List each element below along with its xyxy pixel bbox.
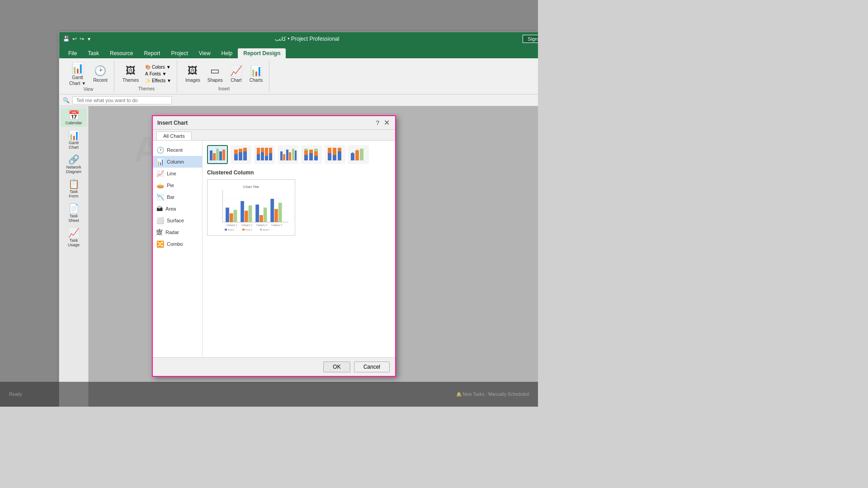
- sidebar-item-calendar[interactable]: 📅 Calendar: [61, 108, 87, 127]
- undo-icon[interactable]: ↩: [72, 36, 77, 42]
- chart-type-area[interactable]: 🏔 Area: [153, 203, 202, 215]
- gantt-chart-button[interactable]: 📊 Gantt Chart ▼: [66, 61, 89, 87]
- dialog-title: Insert Chart: [157, 120, 188, 126]
- charts-icon: 📊: [250, 65, 262, 77]
- images-icon: 🖼: [188, 65, 198, 77]
- svg-rect-40: [355, 150, 359, 160]
- chart-type-radar[interactable]: 🕸 Radar: [153, 226, 202, 238]
- svg-rect-16: [265, 148, 268, 156]
- svg-rect-8: [239, 149, 242, 152]
- svg-rect-55: [249, 206, 252, 222]
- sidebar-item-taskform[interactable]: 📋 TaskForm: [61, 177, 87, 200]
- subtype-3d-100-stacked[interactable]: [325, 145, 345, 164]
- tab-report-design[interactable]: Report Design: [238, 48, 286, 58]
- shapes-button[interactable]: ▭ Shapes: [205, 64, 226, 84]
- radar-chart-icon: 🕸: [156, 229, 163, 236]
- dialog-footer: OK Cancel: [153, 357, 395, 376]
- charts-button[interactable]: 📊 Charts: [247, 64, 265, 84]
- content-area: 📅 Calendar 📊 GanttChart 🔗 NetworkDiagram…: [59, 106, 538, 407]
- tab-help[interactable]: Help: [216, 48, 238, 58]
- tab-view[interactable]: View: [193, 48, 216, 58]
- save-icon[interactable]: 💾: [63, 36, 70, 42]
- images-button[interactable]: 🖼 Images: [183, 64, 203, 84]
- svg-rect-2: [216, 149, 219, 160]
- chart-type-surface[interactable]: ⬜ Surface: [153, 215, 202, 226]
- subtype-5-svg: [303, 147, 320, 162]
- ok-button[interactable]: OK: [323, 361, 350, 372]
- subtype-7-svg: [350, 147, 367, 162]
- redo-icon[interactable]: ↪: [80, 36, 84, 42]
- fonts-button[interactable]: A Fonts ▼: [143, 71, 173, 77]
- effects-button[interactable]: ✨ Effects ▼: [143, 78, 173, 84]
- all-charts-tab[interactable]: All Charts: [156, 131, 192, 140]
- effects-icon: ✨: [145, 78, 151, 83]
- colors-icon: 🎨: [145, 65, 151, 70]
- chart-type-bar[interactable]: 📉 Bar: [153, 191, 202, 203]
- column-chart-icon: 📊: [156, 158, 164, 165]
- svg-rect-61: [278, 203, 282, 222]
- sidebar: 📅 Calendar 📊 GanttChart 🔗 NetworkDiagram…: [59, 106, 89, 407]
- svg-rect-14: [261, 148, 264, 152]
- cancel-button[interactable]: Cancel: [354, 361, 390, 372]
- subtype-100-stacked[interactable]: [254, 145, 275, 164]
- svg-rect-21: [286, 150, 288, 160]
- svg-rect-24: [295, 150, 297, 160]
- fonts-icon: A: [145, 71, 148, 76]
- subtype-clustered-column[interactable]: [207, 145, 228, 164]
- svg-rect-30: [314, 156, 318, 160]
- svg-rect-51: [230, 213, 233, 222]
- subtype-3d-clustered[interactable]: [278, 145, 298, 164]
- subtype-3-svg: [256, 147, 273, 162]
- recent-button[interactable]: 🕑 Recent: [90, 64, 110, 84]
- svg-rect-20: [283, 154, 285, 160]
- search-input[interactable]: [72, 96, 172, 104]
- subtype-stacked-column[interactable]: [231, 145, 251, 164]
- line-chart-icon: 📈: [156, 170, 164, 177]
- chart-type-recent[interactable]: 🕑 Recent: [153, 144, 202, 156]
- sign-in-button[interactable]: Sign in: [523, 35, 538, 43]
- tasksheet-icon: 📄: [68, 203, 80, 214]
- svg-rect-31: [314, 151, 318, 156]
- svg-rect-60: [274, 209, 278, 222]
- subtype-3d-column[interactable]: [348, 145, 369, 164]
- dialog-help-icon[interactable]: ?: [376, 119, 379, 127]
- dialog-close-button[interactable]: ✕: [383, 118, 391, 127]
- quick-access-icon[interactable]: ▼: [87, 37, 91, 42]
- tab-task[interactable]: Task: [82, 48, 104, 58]
- subtype-1-svg: [209, 147, 226, 162]
- recent-chart-icon: 🕑: [156, 146, 164, 154]
- tab-file[interactable]: File: [63, 48, 82, 58]
- svg-rect-50: [226, 208, 229, 222]
- subtype-6-svg: [326, 147, 344, 162]
- colors-button[interactable]: 🎨 Colors ▼: [143, 64, 173, 70]
- tab-project[interactable]: Project: [165, 48, 193, 58]
- svg-rect-18: [269, 148, 272, 153]
- svg-rect-6: [234, 150, 238, 154]
- tab-report[interactable]: Report: [138, 48, 165, 58]
- sidebar-item-network[interactable]: 🔗 NetworkDiagram: [61, 152, 87, 176]
- bar-chart-icon: 📉: [156, 193, 164, 201]
- tab-resource[interactable]: Resource: [104, 48, 138, 58]
- sidebar-item-gantt[interactable]: 📊 GanttChart: [61, 128, 87, 151]
- themes-button[interactable]: 🖼 Themes: [120, 64, 142, 84]
- chart-type-line[interactable]: 📈 Line: [153, 168, 202, 179]
- subtype-2-svg: [232, 147, 250, 162]
- surface-chart-icon: ⬜: [156, 217, 164, 224]
- svg-rect-53: [241, 201, 244, 222]
- shapes-icon: ▭: [210, 65, 220, 77]
- search-bar: 🔍: [59, 94, 538, 106]
- dialog-overlay: Insert Chart ? ✕ All Charts: [89, 106, 538, 407]
- svg-rect-25: [304, 155, 308, 160]
- ribbon-group-insert: 🖼 Images ▭ Shapes 📈 Chart 📊 Charts: [179, 61, 269, 92]
- chart-type-pie[interactable]: 🥧 Pie: [153, 179, 202, 191]
- chart-type-combo[interactable]: 🔀 Combo: [153, 238, 202, 250]
- dialog-tab-bar: All Charts: [153, 130, 395, 141]
- svg-text:Series 2: Series 2: [245, 229, 252, 231]
- chart-preview: Chart Title: [207, 179, 295, 236]
- svg-rect-19: [280, 151, 283, 160]
- chart-button[interactable]: 📈 Chart: [227, 64, 245, 84]
- sidebar-item-taskusage[interactable]: 📈 TaskUsage: [61, 225, 87, 249]
- subtype-3d-stacked[interactable]: [301, 145, 322, 164]
- chart-type-column[interactable]: 📊 Column: [153, 156, 202, 168]
- sidebar-item-tasksheet[interactable]: 📄 TaskSheet: [61, 201, 87, 225]
